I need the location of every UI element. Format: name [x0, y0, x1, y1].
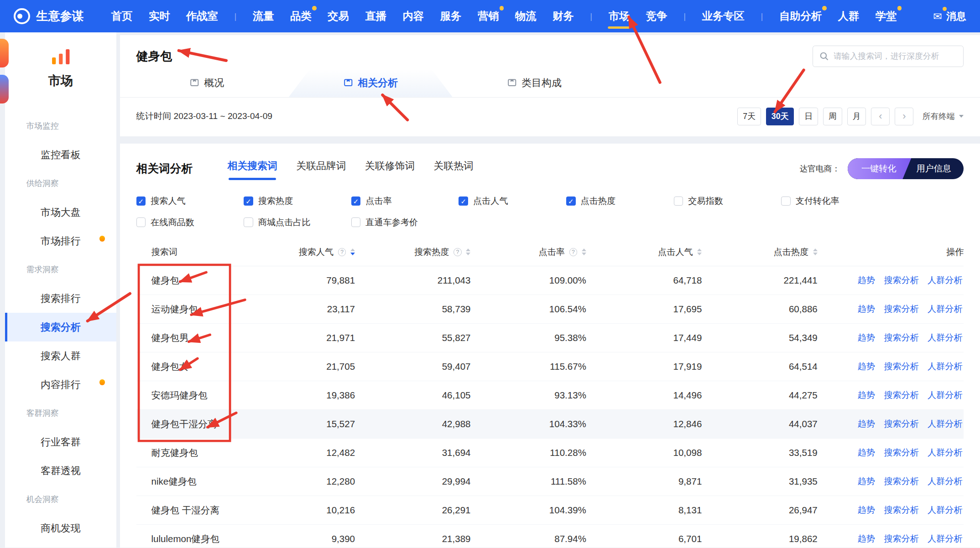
sidebar-item-monitor-board[interactable]: 监控看板	[5, 140, 116, 169]
action-search-analysis-link[interactable]: 搜索分析	[884, 361, 919, 372]
search-term-cell[interactable]: 健身包女	[136, 360, 255, 373]
nav-item-realtime[interactable]: 实时	[149, 9, 170, 23]
sort-icon[interactable]	[697, 248, 702, 255]
nav-item-academy[interactable]: 学堂	[876, 9, 897, 23]
sort-icon[interactable]	[582, 248, 586, 255]
nav-item-business-zone[interactable]: 业务专区	[702, 9, 745, 23]
search-term-cell[interactable]: 健身包男	[136, 331, 255, 344]
terminal-select[interactable]: 所有终端	[923, 111, 964, 122]
promo-float-icon-2[interactable]	[0, 75, 9, 103]
sort-icon[interactable]	[350, 248, 355, 255]
unchecked-checkbox-icon[interactable]	[351, 217, 361, 227]
action-trend-link[interactable]: 趋势	[858, 274, 875, 286]
nav-message[interactable]: ✉ 消息	[933, 10, 966, 23]
filter-click-heat[interactable]: ✓点击热度	[566, 195, 674, 207]
sidebar-item-search-audience[interactable]: 搜索人群	[5, 341, 116, 370]
analysis-tab-related-search-terms[interactable]: 相关搜索词	[228, 159, 278, 180]
action-trend-link[interactable]: 趋势	[858, 332, 875, 344]
unchecked-checkbox-icon[interactable]	[781, 196, 791, 206]
action-search-analysis-link[interactable]: 搜索分析	[884, 447, 919, 459]
search-term-cell[interactable]: 健身包干湿分离	[136, 418, 255, 430]
analysis-tab-related-modifier-terms[interactable]: 关联修饰词	[365, 159, 415, 180]
sidebar-item-industry-customers[interactable]: 行业客群	[5, 428, 116, 456]
range-30d-button[interactable]: 30天	[766, 108, 794, 125]
analysis-tab-related-hot-terms[interactable]: 关联热词	[433, 159, 474, 180]
tab-related-analysis[interactable]: 相关分析	[289, 69, 453, 97]
nav-item-war-room[interactable]: 作战室	[186, 9, 218, 23]
action-search-analysis-link[interactable]: 搜索分析	[884, 476, 919, 487]
search-term-cell[interactable]: nike健身包	[136, 475, 255, 488]
action-trend-link[interactable]: 趋势	[858, 504, 875, 516]
nav-item-finance[interactable]: 财务	[553, 9, 574, 23]
action-search-analysis-link[interactable]: 搜索分析	[884, 332, 919, 344]
checked-checkbox-icon[interactable]: ✓	[459, 196, 468, 206]
unchecked-checkbox-icon[interactable]	[244, 217, 253, 227]
action-search-analysis-link[interactable]: 搜索分析	[884, 389, 919, 401]
filter-transaction-index[interactable]: 交易指数	[674, 195, 782, 207]
range-7d-button[interactable]: 7天	[737, 108, 761, 125]
range-month-button[interactable]: 月	[847, 108, 866, 125]
pager-next-button[interactable]: ›	[895, 108, 913, 125]
action-search-analysis-link[interactable]: 搜索分析	[884, 504, 919, 516]
analysis-tab-related-brand-terms[interactable]: 关联品牌词	[296, 159, 346, 180]
nav-item-audience[interactable]: 人群	[838, 9, 860, 23]
search-input[interactable]	[834, 52, 957, 61]
action-search-analysis-link[interactable]: 搜索分析	[884, 418, 919, 430]
sidebar-item-search-analysis[interactable]: 搜索分析	[5, 313, 116, 341]
filter-click-rate[interactable]: ✓点击率	[351, 195, 459, 207]
nav-item-marketing[interactable]: 营销	[478, 9, 499, 23]
nav-item-category[interactable]: 品类	[290, 9, 312, 23]
search-term-cell[interactable]: 运动健身包	[136, 303, 255, 315]
action-audience-analysis-link[interactable]: 人群分析	[928, 361, 963, 372]
search-box[interactable]	[813, 46, 964, 67]
app-logo[interactable]: 生意参谋	[14, 8, 83, 25]
nav-item-home[interactable]: 首页	[111, 9, 133, 23]
unchecked-checkbox-icon[interactable]	[136, 217, 146, 227]
pager-prev-button[interactable]: ‹	[871, 108, 890, 125]
action-audience-analysis-link[interactable]: 人群分析	[928, 533, 963, 545]
checked-checkbox-icon[interactable]: ✓	[566, 196, 576, 206]
filter-click-popularity[interactable]: ✓点击人气	[459, 195, 566, 207]
checked-checkbox-icon[interactable]: ✓	[351, 196, 361, 206]
nav-item-content[interactable]: 内容	[403, 9, 424, 23]
action-trend-link[interactable]: 趋势	[858, 533, 875, 545]
edge-float-widget[interactable]	[0, 39, 9, 103]
tab-overview[interactable]: 概况	[125, 69, 289, 97]
filter-search-popularity[interactable]: ✓搜索人气	[136, 195, 244, 207]
checked-checkbox-icon[interactable]: ✓	[244, 196, 253, 206]
filter-ztc-reference-price[interactable]: 直通车参考价	[351, 216, 459, 228]
help-icon[interactable]: ?	[454, 248, 462, 256]
action-audience-analysis-link[interactable]: 人群分析	[928, 504, 963, 516]
checked-checkbox-icon[interactable]: ✓	[136, 196, 146, 206]
sidebar-item-search-ranking[interactable]: 搜索排行	[5, 284, 116, 313]
action-audience-analysis-link[interactable]: 人群分析	[928, 418, 963, 430]
nav-item-self-analysis[interactable]: 自助分析	[779, 9, 822, 23]
nav-item-traffic[interactable]: 流量	[253, 9, 274, 23]
promo-float-icon[interactable]	[0, 39, 9, 67]
action-search-analysis-link[interactable]: 搜索分析	[884, 274, 919, 286]
sort-icon[interactable]	[813, 248, 818, 255]
nav-item-market[interactable]: 市场	[609, 9, 630, 23]
unchecked-checkbox-icon[interactable]	[674, 196, 683, 206]
action-trend-link[interactable]: 趋势	[858, 476, 875, 487]
action-trend-link[interactable]: 趋势	[858, 361, 875, 372]
filter-payment-conversion[interactable]: 支付转化率	[781, 195, 889, 207]
sidebar-item-customer-perspective[interactable]: 客群透视	[5, 456, 116, 485]
help-icon[interactable]: ?	[338, 248, 346, 256]
action-search-analysis-link[interactable]: 搜索分析	[884, 533, 919, 545]
help-icon[interactable]: ?	[569, 248, 578, 256]
action-audience-analysis-link[interactable]: 人群分析	[928, 274, 963, 286]
tab-category-composition[interactable]: 类目构成	[453, 69, 616, 97]
action-audience-analysis-link[interactable]: 人群分析	[928, 303, 963, 315]
action-trend-link[interactable]: 趋势	[858, 447, 875, 459]
sidebar-item-market-ranking[interactable]: 市场排行	[5, 227, 116, 255]
nav-item-trade[interactable]: 交易	[328, 9, 349, 23]
sidebar-item-market-overview[interactable]: 市场大盘	[5, 198, 116, 227]
action-audience-analysis-link[interactable]: 人群分析	[928, 476, 963, 487]
range-day-button[interactable]: 日	[799, 108, 818, 125]
search-term-cell[interactable]: 健身包	[136, 274, 255, 287]
filter-mall-click-share[interactable]: 商城点击占比	[244, 216, 351, 228]
action-audience-analysis-link[interactable]: 人群分析	[928, 332, 963, 344]
nav-item-logistics[interactable]: 物流	[515, 9, 537, 23]
nav-item-service[interactable]: 服务	[440, 9, 462, 23]
